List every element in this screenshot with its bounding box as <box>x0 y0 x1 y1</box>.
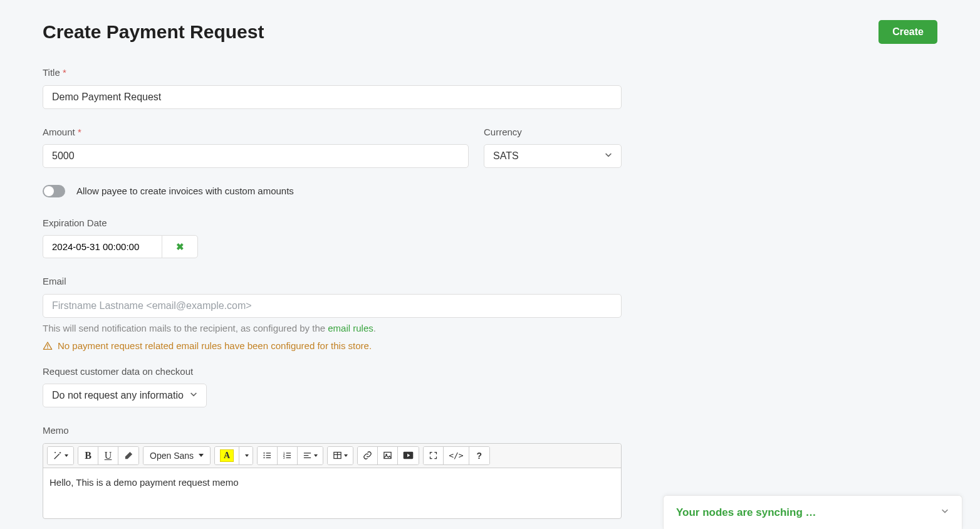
expiration-label: Expiration Date <box>43 216 622 231</box>
magic-wand-icon <box>53 451 63 461</box>
table-button[interactable] <box>328 447 353 464</box>
bold-button[interactable]: B <box>78 447 98 464</box>
warning-icon <box>43 341 53 351</box>
svg-text:3: 3 <box>283 456 285 459</box>
underline-button[interactable]: U <box>98 447 118 464</box>
clear-date-button[interactable]: ✖ <box>162 235 198 258</box>
font-color-icon: A <box>220 449 234 462</box>
help-button[interactable]: ? <box>469 447 489 464</box>
code-view-button[interactable]: </> <box>444 447 469 464</box>
eraser-icon <box>124 451 133 460</box>
svg-rect-20 <box>384 453 391 459</box>
node-sync-panel[interactable]: Your nodes are synching … <box>663 495 962 519</box>
align-left-icon <box>303 451 312 460</box>
svg-point-2 <box>264 453 265 454</box>
toggle-knob <box>44 186 54 196</box>
font-color-menu-button[interactable] <box>239 447 253 464</box>
email-label: Email <box>43 275 622 289</box>
memo-textarea[interactable]: Hello, This is a demo payment request me… <box>43 468 621 518</box>
font-color-button[interactable]: A <box>215 447 239 464</box>
image-button[interactable] <box>378 447 398 464</box>
video-icon <box>403 451 414 459</box>
allow-custom-toggle[interactable] <box>43 185 65 197</box>
close-icon: ✖ <box>176 241 184 252</box>
image-icon <box>383 451 392 460</box>
allow-custom-label: Allow payee to create invoices with cust… <box>76 184 294 199</box>
sync-message: Your nodes are synching … <box>676 505 816 519</box>
magic-button[interactable] <box>48 447 73 464</box>
amount-input[interactable] <box>43 144 469 168</box>
link-button[interactable] <box>358 447 378 464</box>
link-icon <box>363 451 372 460</box>
amount-label: Amount * <box>43 125 469 140</box>
ordered-list-button[interactable]: 123 <box>278 447 298 464</box>
chevron-down-icon <box>941 505 949 519</box>
request-data-select[interactable] <box>43 384 207 407</box>
currency-select[interactable] <box>484 144 622 168</box>
email-input[interactable] <box>43 294 622 318</box>
currency-label: Currency <box>484 125 622 140</box>
list-ul-icon <box>263 451 272 460</box>
expiration-input[interactable] <box>43 235 162 258</box>
font-family-button[interactable]: Open Sans <box>143 447 210 464</box>
svg-point-4 <box>264 457 265 458</box>
svg-point-1 <box>47 348 48 349</box>
email-warning-text: No payment request related email rules h… <box>58 339 372 354</box>
title-label: Title * <box>43 66 622 80</box>
email-help-text: This will send notification mails to the… <box>43 322 622 336</box>
unordered-list-button[interactable] <box>258 447 278 464</box>
svg-point-3 <box>264 455 265 456</box>
title-input[interactable] <box>43 85 622 109</box>
clear-format-button[interactable] <box>118 447 138 464</box>
fullscreen-icon <box>429 451 438 460</box>
page-title: Create Payment Request <box>43 18 264 46</box>
request-data-label: Request customer data on checkout <box>43 365 622 379</box>
create-button[interactable]: Create <box>878 20 937 44</box>
fullscreen-button[interactable] <box>424 447 444 464</box>
help-icon: ? <box>476 451 482 461</box>
paragraph-button[interactable] <box>298 447 323 464</box>
video-button[interactable] <box>398 447 419 464</box>
email-rules-link[interactable]: email rules <box>328 323 373 333</box>
code-icon: </> <box>449 451 463 460</box>
table-icon <box>333 451 342 460</box>
memo-editor: B U Open Sans <box>43 443 622 519</box>
memo-label: Memo <box>43 424 622 438</box>
list-ol-icon: 123 <box>283 451 292 460</box>
editor-toolbar: B U Open Sans <box>43 444 621 468</box>
